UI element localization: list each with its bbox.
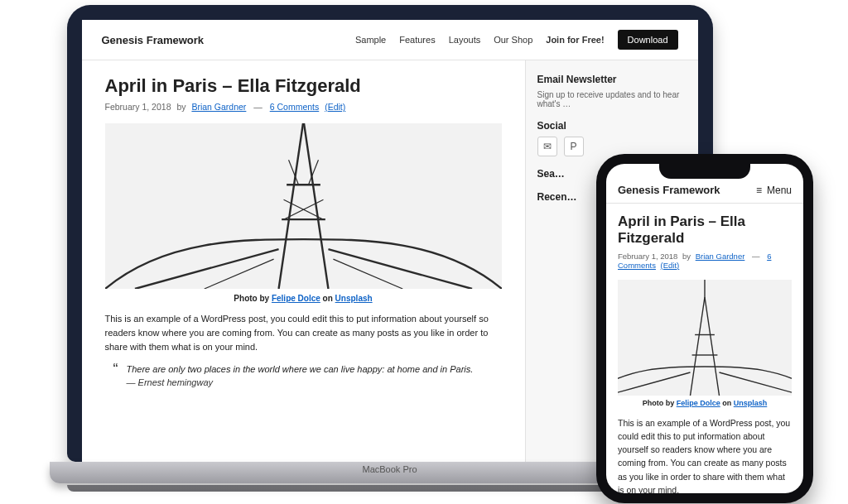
mobile-menu-toggle[interactable]: ≡ Menu — [756, 185, 792, 196]
eiffel-tower-icon — [618, 280, 792, 396]
blog-post: April in Paris – Ella Fitzgerald Februar… — [82, 60, 525, 462]
newsletter-blurb: Sign up to receive updates and to hear w… — [537, 90, 687, 108]
caption-source-link[interactable]: Unsplash — [335, 294, 373, 303]
mobile-post-body: This is an example of a WordPress post, … — [618, 416, 792, 494]
mobile-post-meta: February 1, 2018 by Brian Gardner — 6 Co… — [618, 252, 792, 270]
image-caption: Photo by Felipe Dolce on Unsplash — [105, 294, 502, 303]
nav-shop[interactable]: Our Shop — [494, 35, 532, 45]
by-label: by — [176, 102, 186, 112]
social-widget: Social ✉ P — [537, 120, 687, 156]
phone-notch — [659, 164, 750, 179]
post-author[interactable]: Brian Gardner — [191, 102, 246, 112]
quote-text: There are only two places in the world w… — [127, 364, 474, 374]
post-quote: There are only two places in the world w… — [113, 364, 502, 387]
mobile-caption-author-link[interactable]: Felipe Dolce — [677, 399, 720, 407]
site-header: Genesis Framework Sample Features Layout… — [82, 20, 698, 60]
primary-nav: Sample Features Layouts Our Shop Join fo… — [355, 30, 678, 50]
mobile-blog-post: April in Paris – Ella Fitzgerald Februar… — [606, 204, 803, 493]
mobile-site-title[interactable]: Genesis Framework — [618, 184, 720, 196]
post-date: February 1, 2018 — [105, 102, 171, 112]
nav-layouts[interactable]: Layouts — [449, 35, 481, 45]
mobile-image-caption: Photo by Felipe Dolce on Unsplash — [618, 399, 792, 407]
meta-separator: — — [253, 102, 263, 112]
caption-author-link[interactable]: Felipe Dolce — [272, 294, 320, 303]
newsletter-title: Email Newsletter — [537, 74, 687, 85]
eiffel-tower-icon — [105, 123, 502, 289]
hamburger-icon: ≡ — [756, 185, 762, 196]
quote-citation: — Ernest hemingway — [127, 377, 502, 387]
mobile-featured-image — [618, 280, 792, 396]
phone-device: Genesis Framework ≡ Menu April in Paris … — [596, 154, 813, 503]
edit-link[interactable]: (Edit) — [325, 102, 345, 112]
mobile-caption-source-link[interactable]: Unsplash — [734, 399, 768, 407]
email-icon[interactable]: ✉ — [537, 137, 557, 156]
nav-features[interactable]: Features — [399, 35, 435, 45]
nav-join[interactable]: Join for Free! — [546, 35, 604, 45]
newsletter-widget: Email Newsletter Sign up to receive upda… — [537, 74, 687, 108]
social-title: Social — [537, 120, 687, 132]
svg-rect-0 — [105, 123, 502, 289]
site-title[interactable]: Genesis Framework — [102, 34, 205, 46]
mobile-menu-label: Menu — [767, 185, 792, 196]
comments-link[interactable]: 6 Comments — [270, 102, 320, 112]
download-button[interactable]: Download — [618, 30, 678, 50]
mobile-post-title: April in Paris – Ella Fitzgerald — [618, 214, 792, 247]
post-meta: February 1, 2018 by Brian Gardner — 6 Co… — [105, 102, 502, 112]
mobile-author-link[interactable]: Brian Gardner — [696, 252, 745, 261]
pinterest-icon[interactable]: P — [564, 137, 584, 156]
mobile-edit-link[interactable]: (Edit) — [661, 261, 680, 270]
featured-image — [105, 123, 502, 289]
nav-sample[interactable]: Sample — [355, 35, 386, 45]
post-body: This is an example of a WordPress post, … — [105, 312, 502, 354]
post-title: April in Paris – Ella Fitzgerald — [105, 75, 502, 97]
